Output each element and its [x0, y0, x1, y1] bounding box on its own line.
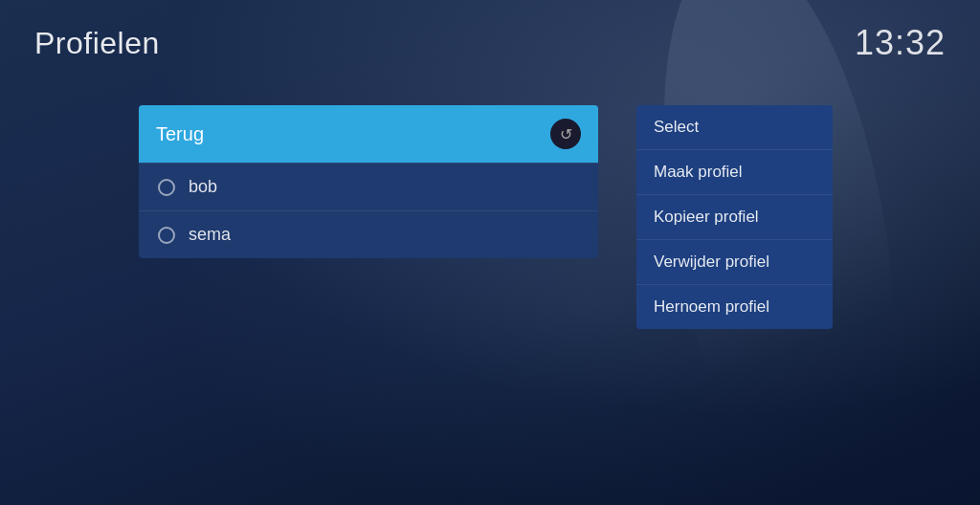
main-content: Terug ↺ bobsema SelectMaak profielKopiee… — [139, 105, 833, 329]
menu-item[interactable]: Hernoem profiel — [636, 285, 833, 329]
profile-list: bobsema — [139, 163, 598, 258]
clock-display: 13:32 — [855, 23, 946, 63]
menu-item[interactable]: Verwijder profiel — [636, 240, 833, 285]
radio-icon — [158, 227, 175, 244]
back-button[interactable]: Terug ↺ — [139, 105, 598, 163]
menu-item[interactable]: Select — [636, 105, 833, 150]
menu-item[interactable]: Maak profiel — [636, 150, 833, 195]
list-item[interactable]: bob — [139, 163, 598, 210]
back-icon: ↺ — [550, 119, 581, 149]
profile-name: bob — [189, 177, 217, 197]
header: Profielen 13:32 — [0, 0, 980, 86]
menu-item[interactable]: Kopieer profiel — [636, 195, 833, 240]
left-panel: Terug ↺ bobsema — [139, 105, 598, 258]
radio-icon — [158, 179, 175, 196]
right-panel: SelectMaak profielKopieer profielVerwijd… — [636, 105, 833, 329]
profile-name: sema — [189, 225, 231, 245]
back-label: Terug — [156, 123, 204, 145]
list-item[interactable]: sema — [139, 210, 598, 258]
page-title: Profielen — [34, 26, 160, 61]
